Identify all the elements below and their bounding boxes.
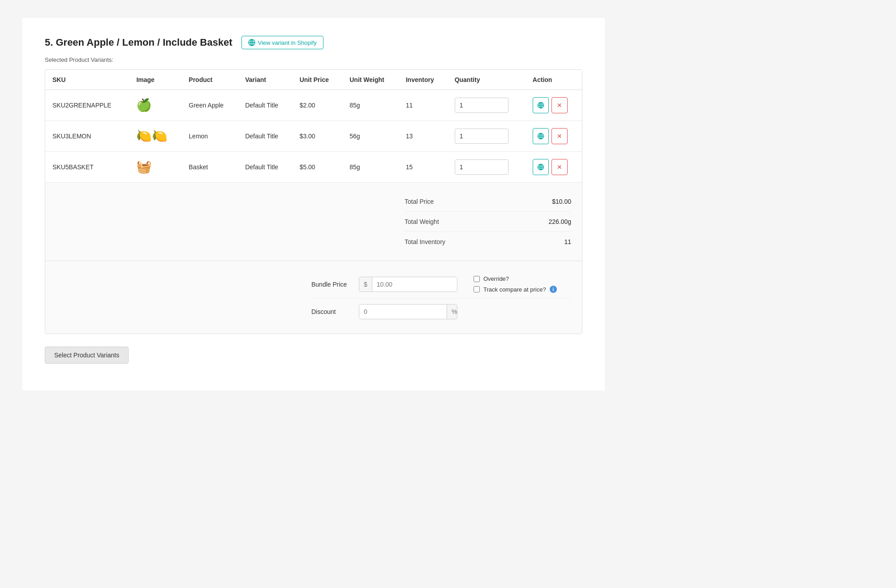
info-icon[interactable]: i xyxy=(550,286,557,293)
cell-sku: SKU2GREENAPPLE xyxy=(45,90,129,121)
cell-unit-weight: 85g xyxy=(342,152,399,183)
percent-symbol: % xyxy=(447,305,457,319)
discount-label: Discount xyxy=(311,308,352,315)
cell-inventory: 13 xyxy=(399,121,448,152)
cell-action: ✕ xyxy=(526,121,582,152)
delete-row-button[interactable]: ✕ xyxy=(551,128,568,144)
cell-action: ✕ xyxy=(526,90,582,121)
select-variants-button[interactable]: Select Product Variants xyxy=(45,347,129,364)
cell-unit-price: $2.00 xyxy=(293,90,343,121)
bundle-cell: Bundle Price $ Override? Track compare a… xyxy=(45,261,582,334)
cell-unit-weight: 56g xyxy=(342,121,399,152)
track-compare-line: Track compare at price? i xyxy=(474,286,557,293)
cell-image: 🍏 xyxy=(129,90,181,121)
col-quantity: Quantity xyxy=(448,70,526,90)
bundle-price-input-wrapper: $ xyxy=(359,277,457,292)
globe-icon xyxy=(248,39,255,46)
table-body: SKU2GREENAPPLE 🍏 Green Apple Default Tit… xyxy=(45,90,582,334)
summary-cell: Total Price $10.00 Total Weight 226.00g … xyxy=(45,183,582,261)
quantity-input[interactable] xyxy=(455,159,508,175)
cell-product: Basket xyxy=(181,152,238,183)
override-section: Override? Track compare at price? i xyxy=(474,275,557,293)
cell-unit-price: $3.00 xyxy=(293,121,343,152)
col-unit-price: Unit Price xyxy=(293,70,343,90)
track-compare-label: Track compare at price? xyxy=(483,286,546,293)
cell-quantity xyxy=(448,152,526,183)
override-line: Override? xyxy=(474,275,557,282)
col-unit-weight: Unit Weight xyxy=(342,70,399,90)
view-shopify-row-button[interactable] xyxy=(533,159,549,175)
total-weight-line: Total Weight 226.00g xyxy=(405,212,571,232)
table-row: SKU3LEMON 🍋🍋 Lemon Default Title $3.00 5… xyxy=(45,121,582,152)
view-shopify-button[interactable]: View variant in Shopify xyxy=(241,36,323,49)
bundle-price-input[interactable] xyxy=(372,277,457,292)
discount-input[interactable] xyxy=(359,305,447,319)
product-emoji: 🍋🍋 xyxy=(136,129,168,143)
cell-sku: SKU3LEMON xyxy=(45,121,129,152)
shopify-btn-label: View variant in Shopify xyxy=(258,39,317,46)
summary-box: Total Price $10.00 Total Weight 226.00g … xyxy=(394,183,582,261)
globe-row-icon xyxy=(537,163,544,171)
cell-action: ✕ xyxy=(526,152,582,183)
total-weight-label: Total Weight xyxy=(405,218,439,225)
cell-variant: Default Title xyxy=(238,90,292,121)
currency-symbol: $ xyxy=(359,277,372,292)
header-row: 5. Green Apple / Lemon / Include Basket … xyxy=(45,36,582,49)
col-image: Image xyxy=(129,70,181,90)
view-shopify-row-button[interactable] xyxy=(533,97,549,113)
product-table-wrapper: SKU Image Product Variant Unit Price Uni… xyxy=(45,69,582,334)
globe-row-icon xyxy=(537,133,544,140)
bundle-inner: Bundle Price $ Override? Track compare a… xyxy=(311,270,571,325)
cell-variant: Default Title xyxy=(238,121,292,152)
summary-row: Total Price $10.00 Total Weight 226.00g … xyxy=(45,183,582,261)
cell-image: 🍋🍋 xyxy=(129,121,181,152)
view-shopify-row-button[interactable] xyxy=(533,128,549,144)
bundle-price-row: Bundle Price $ Override? Track compare a… xyxy=(311,270,571,299)
cell-product: Green Apple xyxy=(181,90,238,121)
total-weight-value: 226.00g xyxy=(548,218,571,225)
bundle-price-label: Bundle Price xyxy=(311,281,352,288)
delete-icon: ✕ xyxy=(557,133,562,140)
product-emoji: 🧺 xyxy=(136,160,152,174)
col-product: Product xyxy=(181,70,238,90)
col-inventory: Inventory xyxy=(399,70,448,90)
cell-product: Lemon xyxy=(181,121,238,152)
bundle-section: Bundle Price $ Override? Track compare a… xyxy=(45,261,582,334)
summary-section: Total Price $10.00 Total Weight 226.00g … xyxy=(45,183,582,261)
delete-icon: ✕ xyxy=(557,102,562,109)
total-price-line: Total Price $10.00 xyxy=(405,192,571,212)
page-container: 5. Green Apple / Lemon / Include Basket … xyxy=(22,18,605,391)
total-price-value: $10.00 xyxy=(552,198,571,205)
cell-sku: SKU5BASKET xyxy=(45,152,129,183)
cell-quantity xyxy=(448,90,526,121)
discount-row: Discount % xyxy=(311,299,571,325)
col-variant: Variant xyxy=(238,70,292,90)
quantity-input[interactable] xyxy=(455,98,508,113)
page-title: 5. Green Apple / Lemon / Include Basket xyxy=(45,37,233,48)
total-inventory-value: 11 xyxy=(564,238,571,245)
total-inventory-label: Total Inventory xyxy=(405,238,445,245)
cell-unit-weight: 85g xyxy=(342,90,399,121)
col-sku: SKU xyxy=(45,70,129,90)
cell-image: 🧺 xyxy=(129,152,181,183)
delete-icon: ✕ xyxy=(557,163,562,171)
override-label: Override? xyxy=(483,275,509,282)
col-action: Action xyxy=(526,70,582,90)
selected-label: Selected Product Variants: xyxy=(45,56,582,63)
cell-variant: Default Title xyxy=(238,152,292,183)
cell-quantity xyxy=(448,121,526,152)
cell-unit-price: $5.00 xyxy=(293,152,343,183)
cell-inventory: 15 xyxy=(399,152,448,183)
delete-row-button[interactable]: ✕ xyxy=(551,159,568,175)
override-checkbox[interactable] xyxy=(474,276,480,282)
table-header: SKU Image Product Variant Unit Price Uni… xyxy=(45,70,582,90)
track-compare-checkbox[interactable] xyxy=(474,286,480,292)
table-row: SKU2GREENAPPLE 🍏 Green Apple Default Tit… xyxy=(45,90,582,121)
globe-row-icon xyxy=(537,102,544,109)
quantity-input[interactable] xyxy=(455,129,508,144)
product-table: SKU Image Product Variant Unit Price Uni… xyxy=(45,70,582,334)
product-emoji: 🍏 xyxy=(136,98,152,112)
table-row: SKU5BASKET 🧺 Basket Default Title $5.00 … xyxy=(45,152,582,183)
delete-row-button[interactable]: ✕ xyxy=(551,97,568,113)
total-inventory-line: Total Inventory 11 xyxy=(405,232,571,252)
